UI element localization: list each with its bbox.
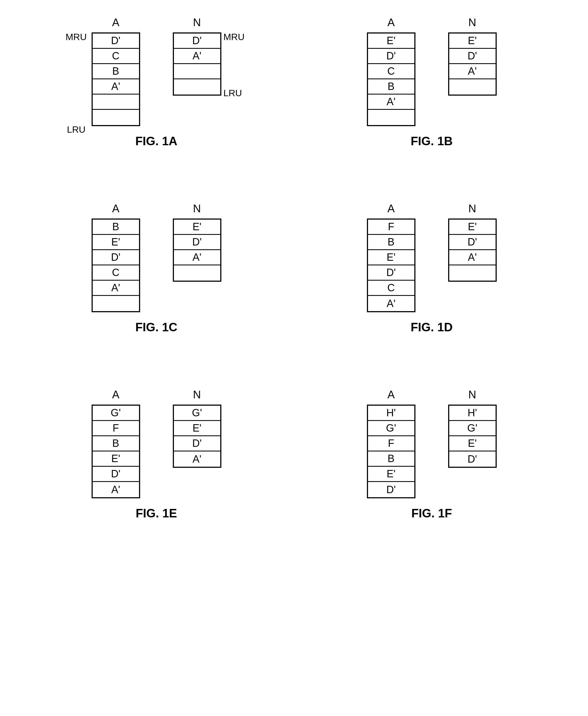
stack-header: A [112, 202, 120, 215]
stack-column: ABE'D'CA' [91, 202, 140, 312]
cache-stack: D'CBA' [91, 32, 140, 126]
cache-stack: E'D'A' [173, 218, 222, 282]
cache-cell: E' [93, 452, 139, 467]
figure-panel: ABE'D'CA'NE'D'A'FIG. 1C [35, 202, 278, 334]
cache-cell: B [368, 452, 414, 467]
lru-label-right: LRU [224, 88, 242, 99]
stacks-row: AH'G'FBE'D'NH'G'E'D' [367, 389, 497, 498]
cache-cell: A' [368, 94, 414, 110]
cache-stack: E'D'CBA' [367, 32, 416, 126]
cache-cell: E' [93, 235, 139, 250]
cache-cell: F [93, 421, 139, 436]
cache-cell: E' [449, 34, 496, 49]
lru-label-left: LRU [67, 124, 86, 135]
stack-header: N [468, 202, 476, 215]
mru-label-right: MRU [224, 31, 245, 42]
cache-cell: C [93, 265, 139, 281]
stack-column: AG'FBE'D'A' [91, 389, 140, 498]
cache-cell: G' [449, 421, 496, 436]
cache-cell: B [368, 235, 414, 250]
cache-cell [449, 79, 496, 94]
cache-cell: E' [368, 34, 414, 49]
cache-cell [449, 265, 496, 281]
cache-cell: A' [93, 482, 139, 497]
cache-cell: D' [93, 467, 139, 482]
cache-cell: G' [93, 406, 139, 421]
figure-caption: FIG. 1D [411, 320, 453, 334]
cache-cell [174, 64, 220, 79]
stack-column: NE'D'A' [448, 202, 497, 282]
cache-cell [174, 79, 220, 94]
cache-stack: E'D'A' [448, 218, 497, 282]
cache-cell: B [93, 64, 139, 79]
stack-column: NH'G'E'D' [448, 389, 497, 468]
cache-cell: B [93, 220, 139, 235]
stack-header: A [112, 16, 120, 29]
cache-cell: A' [368, 296, 414, 311]
figure-caption: FIG. 1F [411, 506, 452, 520]
cache-cell [93, 110, 139, 125]
stack-header: N [468, 389, 476, 401]
stacks-row: AE'D'CBA'NE'D'A' [367, 16, 497, 126]
stacks-row: AG'FBE'D'A'NG'E'D'A' [91, 389, 222, 498]
stack-column: NG'E'D'A' [173, 389, 222, 468]
figure-caption: FIG. 1A [135, 134, 177, 148]
stacks-row: AFBE'D'CA'NE'D'A' [367, 202, 497, 312]
cache-stack: D'A' [173, 32, 222, 95]
cache-cell: C [368, 281, 414, 296]
cache-cell: A' [449, 250, 496, 265]
cache-cell [93, 94, 139, 110]
cache-cell: D' [368, 49, 414, 64]
figure-panel: AG'FBE'D'A'NG'E'D'A'FIG. 1E [35, 389, 278, 520]
cache-cell: D' [174, 235, 220, 250]
stack-header: A [387, 16, 395, 29]
stacks-row: AD'CBA'MRULRUND'A'MRULRU [91, 16, 222, 126]
cache-cell: E' [174, 421, 220, 436]
cache-cell: F [368, 436, 414, 452]
mru-label-left: MRU [66, 31, 87, 42]
cache-cell: D' [449, 235, 496, 250]
cache-cell: D' [174, 436, 220, 452]
cache-cell: D' [449, 49, 496, 64]
cache-cell: C [368, 64, 414, 79]
stack-header: N [193, 202, 201, 215]
cache-cell [93, 296, 139, 311]
stack-column: AE'D'CBA' [367, 16, 416, 126]
figure-panel: AE'D'CBA'NE'D'A'FIG. 1B [311, 16, 553, 148]
cache-cell: H' [368, 406, 414, 421]
cache-cell: D' [449, 452, 496, 467]
cache-cell: A' [93, 281, 139, 296]
figure-caption: FIG. 1C [135, 320, 177, 334]
cache-cell: B [368, 79, 414, 94]
cache-cell: A' [174, 49, 220, 64]
figure-caption: FIG. 1E [136, 506, 177, 520]
cache-cell: A' [174, 452, 220, 467]
cache-cell: A' [174, 250, 220, 265]
stack-column: ND'A'MRULRU [173, 16, 222, 95]
stack-header: N [193, 389, 201, 401]
cache-stack: G'E'D'A' [173, 405, 222, 468]
figure-panel: AFBE'D'CA'NE'D'A'FIG. 1D [311, 202, 553, 334]
cache-cell: D' [93, 34, 139, 49]
cache-cell: A' [93, 79, 139, 94]
stack-column: NE'D'A' [448, 16, 497, 95]
stack-column: AFBE'D'CA' [367, 202, 416, 312]
cache-cell: E' [368, 467, 414, 482]
cache-stack: BE'D'CA' [91, 218, 140, 312]
stack-header: A [387, 202, 395, 215]
cache-cell: D' [174, 34, 220, 49]
figure-caption: FIG. 1B [411, 134, 453, 148]
cache-cell: F [368, 220, 414, 235]
cache-stack: FBE'D'CA' [367, 218, 416, 312]
cache-cell: E' [174, 220, 220, 235]
cache-cell: D' [93, 250, 139, 265]
figure-panel: AD'CBA'MRULRUND'A'MRULRUFIG. 1A [35, 16, 278, 148]
cache-cell: E' [449, 220, 496, 235]
stack-column: AD'CBA'MRULRU [91, 16, 140, 126]
stack-header: A [112, 389, 120, 401]
cache-cell: D' [368, 482, 414, 497]
cache-cell: A' [449, 64, 496, 79]
cache-cell: C [93, 49, 139, 64]
figure-panel: AH'G'FBE'D'NH'G'E'D'FIG. 1F [311, 389, 553, 520]
cache-stack: E'D'A' [448, 32, 497, 95]
